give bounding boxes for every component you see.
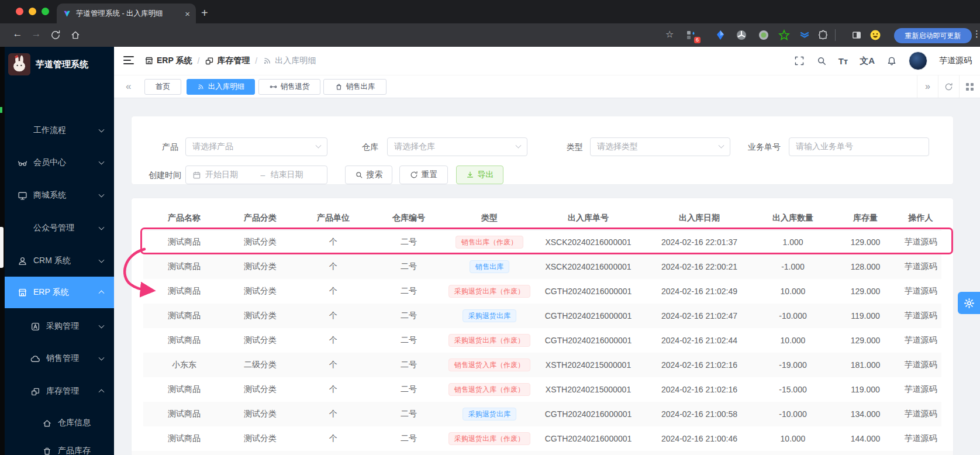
table-card: 产品名称 产品分类 产品单位 仓库编号 类型 出入库单号 出入库日期 出入库数量… xyxy=(132,198,953,455)
table-row[interactable]: 测试商品 测试分类 个 二号 销售出库（作废） XSCK202402160000… xyxy=(143,230,941,254)
extension-chevrons-icon[interactable] xyxy=(799,29,810,41)
tab-stock-record[interactable]: 出入库明细 xyxy=(187,79,255,95)
sidebar-item-crm-system[interactable]: CRM 系统 xyxy=(5,248,114,274)
table-row[interactable]: 测试商品 测试分类 个 二号 销售出库 XSCK20240216000001 2… xyxy=(143,254,941,279)
cell-product-unit: 个 xyxy=(329,409,337,418)
edge-green-marker xyxy=(0,107,2,113)
extension-blocks-icon[interactable]: 6 xyxy=(686,29,698,41)
sidebar-item-warehouse-info[interactable]: 仓库信息 xyxy=(5,410,114,436)
tab-sales-outbound[interactable]: 销售出库 xyxy=(323,79,387,95)
app-title: 芋道管理系统 xyxy=(36,59,88,70)
stock-record-table: 产品名称 产品分类 产品单位 仓库编号 类型 出入库单号 出入库日期 出入库数量… xyxy=(143,206,941,451)
search-icon[interactable] xyxy=(816,56,827,66)
cell-date: 2024-02-16 22:00:21 xyxy=(661,262,737,271)
chevron-up-icon xyxy=(99,290,105,296)
layout-grid-icon[interactable] xyxy=(959,75,980,98)
logo-rabbit-avatar xyxy=(8,53,30,75)
cell-date: 2024-02-16 21:00:46 xyxy=(661,434,737,443)
warehouse-label: 仓库 xyxy=(346,137,378,156)
refresh-page-icon[interactable] xyxy=(938,75,959,98)
page-content: 产品 请选择产品 仓库 请选择仓库 类型 请选择类型 业务单号 请输入业务单号 … xyxy=(114,99,980,455)
browser-back-icon[interactable]: ← xyxy=(11,28,25,40)
extensions-puzzle-icon[interactable] xyxy=(818,30,829,40)
product-select[interactable]: 请选择产品 xyxy=(185,137,327,156)
cell-qty: -19.000 xyxy=(779,360,806,370)
table-row[interactable]: 小东东 二级分类 个 二号 销售退货入库（作废） XSTH20240215000… xyxy=(143,353,941,377)
start-date-placeholder: 开始日期 xyxy=(205,170,256,180)
sidebar-item-purchase-mgmt[interactable]: 采购管理 xyxy=(5,313,114,339)
settings-gear-button[interactable] xyxy=(958,292,980,314)
sidebar-item-sales-mgmt[interactable]: 销售管理 xyxy=(5,346,114,371)
sidebar-item-workflow[interactable]: 工作流程 xyxy=(5,118,114,143)
browser-tab[interactable]: 芋道管理系统 - 出入库明细 × xyxy=(57,4,196,23)
search-button[interactable]: 搜索 xyxy=(345,166,392,184)
col-order-no: 出入库单号 xyxy=(533,206,644,230)
user-avatar[interactable] xyxy=(909,51,927,70)
table-row[interactable]: 测试商品 测试分类 个 二号 采购退货出库 CGTH20240216000001… xyxy=(143,402,941,426)
extension-pinwheel-icon[interactable] xyxy=(736,29,747,41)
notification-bell-icon[interactable] xyxy=(886,56,897,66)
cell-operator: 芋道源码 xyxy=(905,311,937,320)
extension-dot-icon[interactable] xyxy=(758,29,769,41)
breadcrumb-item-erp[interactable]: ERP 系统 xyxy=(144,56,192,66)
screen: 芋道管理系统 - 出入库明细 × + ← → 127.0.0.1/erp/sto… xyxy=(0,0,980,455)
app-logo[interactable]: 芋道管理系统 xyxy=(5,50,114,79)
tab-sales-return[interactable]: 销售退货 xyxy=(258,79,320,95)
browser-home-icon[interactable] xyxy=(70,30,81,40)
font-size-icon[interactable]: Tᴛ xyxy=(838,56,848,66)
sidebar-item-product-stock[interactable]: 产品库存 xyxy=(5,438,114,455)
date-range-picker[interactable]: 开始日期 – 结束日期 xyxy=(185,166,327,184)
breadcrumb-item-stock-mgmt[interactable]: 库存管理 xyxy=(205,56,250,66)
table-header-row: 产品名称 产品分类 产品单位 仓库编号 类型 出入库单号 出入库日期 出入库数量… xyxy=(143,206,941,230)
username[interactable]: 芋道源码 xyxy=(939,56,972,66)
cell-operator: 芋道源码 xyxy=(905,335,937,344)
scroll-right-icon[interactable]: » xyxy=(917,75,938,98)
extension-star-icon[interactable] xyxy=(778,29,790,41)
biz-no-input[interactable]: 请输入业务单号 xyxy=(789,137,929,156)
browser-menu-kebab-icon[interactable]: ⋮ xyxy=(972,29,980,39)
type-badge: 采购退货出库（作废） xyxy=(448,285,530,298)
window-minimize-button[interactable] xyxy=(29,8,36,15)
table-row[interactable]: 测试商品 测试分类 个 二号 采购退货出库 CGTH20240216000001… xyxy=(143,304,941,328)
cell-warehouse: 二号 xyxy=(401,261,417,271)
cell-product-name: 测试商品 xyxy=(168,237,201,246)
bookmark-star-icon[interactable]: ☆ xyxy=(665,29,674,40)
sidebar-item-stock-mgmt[interactable]: 库存管理 xyxy=(5,378,114,404)
main-area: ERP 系统 / 库存管理 / 出入库明细 Tᴛ 文A xyxy=(114,47,980,455)
sidebar-item-mall-system[interactable]: 商城系统 xyxy=(5,182,114,208)
col-type: 类型 xyxy=(446,206,533,230)
window-zoom-button[interactable] xyxy=(42,8,49,15)
table-row[interactable]: 测试商品 测试分类 个 二号 采购退货出库（作废） CGTH2024021600… xyxy=(143,279,941,304)
fullscreen-icon[interactable] xyxy=(794,56,805,66)
tab-home[interactable]: 首页 xyxy=(144,79,181,95)
sidebar-item-erp-system[interactable]: ERP 系统 xyxy=(5,277,114,308)
sidebar-item-official-account[interactable]: 公众号管理 xyxy=(5,215,114,241)
warehouse-select[interactable]: 请选择仓库 xyxy=(387,137,527,156)
window-close-button[interactable] xyxy=(16,8,23,15)
browser-refresh-icon[interactable] xyxy=(50,30,61,40)
split-screen-icon[interactable] xyxy=(851,30,862,40)
translate-icon[interactable]: 文A xyxy=(860,56,875,67)
person-icon xyxy=(18,256,27,266)
browser-forward-icon[interactable]: → xyxy=(29,28,43,40)
profile-emoji-icon[interactable] xyxy=(869,29,881,41)
sidebar-item-member-center[interactable]: 会员中心 xyxy=(5,150,114,175)
scroll-left-icon[interactable]: « xyxy=(126,75,131,98)
export-button[interactable]: 导出 xyxy=(456,166,503,184)
tab-close-icon[interactable]: × xyxy=(185,9,190,19)
extension-kite-icon[interactable] xyxy=(715,29,726,41)
create-time-label: 创建时间 xyxy=(142,166,181,184)
table-row[interactable]: 测试商品 测试分类 个 二号 采购退货出库（作废） CGTH2024021600… xyxy=(143,426,941,451)
new-tab-button[interactable]: + xyxy=(201,5,208,21)
type-select[interactable]: 请选择类型 xyxy=(590,137,730,156)
a-square-icon xyxy=(30,322,40,332)
collapse-menu-icon[interactable] xyxy=(123,56,134,64)
browser-update-button[interactable]: 重新启动即可更新 xyxy=(894,28,972,43)
reset-button[interactable]: 重置 xyxy=(399,166,448,184)
breadcrumb-separator: / xyxy=(197,56,199,66)
table-row[interactable]: 测试商品 测试分类 个 二号 采购退货出库（作废） CGTH2024021600… xyxy=(143,328,941,353)
sidebar: 芋道管理系统 工作流程 会员中心 商城系统 公众号管理 CRM 系统 ERP 系… xyxy=(5,47,114,455)
table-row[interactable]: 测试商品 测试分类 个 二号 销售退货入库（作废） XSTH2024021500… xyxy=(143,377,941,402)
cell-order-no: CGTH20240216000001 xyxy=(545,311,632,320)
cell-product-name: 测试商品 xyxy=(168,261,201,271)
